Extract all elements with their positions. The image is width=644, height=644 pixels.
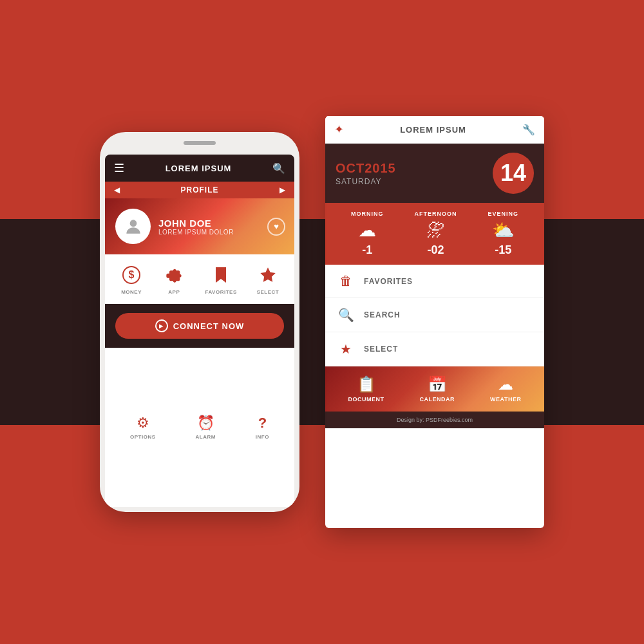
menu-search[interactable]: 🔍 SEARCH	[325, 298, 544, 332]
p2-title: LOREM IPSUM	[400, 125, 466, 135]
icon-money[interactable]: $ MONEY	[120, 263, 143, 295]
svg-point-0	[129, 220, 137, 227]
bookmark-svg	[213, 266, 229, 284]
phone2: ✦ LOREM IPSUM 🔧 OCT2015 SATURDAY 14 MORN…	[325, 116, 544, 528]
p1-header: ☰ LOREM IPSUM 🔍	[105, 155, 294, 182]
options-icon: ⚙	[137, 415, 149, 431]
share-icon[interactable]: ✦	[334, 122, 344, 137]
calendar-tab-label: CALENDAR	[420, 396, 455, 402]
p2-bottom-tabs: 📋 DOCUMENT 📅 CALENDAR ☁ WEATHER	[325, 366, 544, 412]
p1-title: LOREM IPSUM	[166, 164, 232, 173]
info-icon: ?	[258, 415, 267, 431]
evening-icon: ⛅	[492, 220, 515, 241]
next-icon[interactable]: ▶	[279, 185, 285, 194]
phone1-screen: ☰ LOREM IPSUM 🔍 ◀ PROFILE ▶ JO	[105, 155, 294, 507]
day-number: 14	[500, 160, 526, 187]
money-svg: $	[122, 266, 140, 284]
icon-favorites[interactable]: FAVORITES	[205, 263, 236, 295]
document-tab-label: DOCUMENT	[348, 396, 384, 402]
date-circle: 14	[493, 153, 534, 194]
weather-afternoon: AFTERNOON ⛈ -02	[414, 211, 457, 257]
alarm-label: ALARM	[195, 434, 215, 440]
phone1-speaker	[184, 141, 216, 145]
p1-icons-section: $ MONEY APP	[105, 254, 294, 304]
app-label: APP	[168, 289, 180, 295]
nav-alarm[interactable]: ⏰ ALARM	[195, 415, 215, 440]
info-label: INFO	[256, 434, 269, 440]
tab-document[interactable]: 📋 DOCUMENT	[348, 375, 384, 402]
prev-icon[interactable]: ◀	[114, 185, 120, 194]
avatar	[115, 209, 151, 244]
favorites-menu-label: FAVORITES	[364, 277, 413, 286]
weather-morning: MORNING ☁ -1	[351, 211, 384, 257]
p2-date-left: OCT2015 SATURDAY	[336, 161, 396, 186]
bookmark-icon	[209, 263, 232, 287]
alarm-icon: ⏰	[197, 415, 214, 431]
day-name: SATURDAY	[336, 177, 396, 186]
phone1: ☰ LOREM IPSUM 🔍 ◀ PROFILE ▶ JO	[100, 132, 299, 512]
morning-temp: -1	[362, 243, 372, 257]
icon-app[interactable]: APP	[162, 263, 185, 295]
menu-favorites[interactable]: 🗑 FAVORITES	[325, 265, 544, 298]
play-icon: ▶	[155, 319, 168, 332]
hamburger-icon[interactable]: ☰	[114, 161, 124, 175]
icon-select[interactable]: SELECT	[256, 263, 279, 295]
p2-footer: Design by: PSDFreebies.com	[325, 412, 544, 428]
select-label: SELECT	[257, 289, 279, 295]
p1-bottom-nav: ⚙ OPTIONS ⏰ ALARM ? INFO	[105, 348, 294, 507]
options-label: OPTIONS	[130, 434, 156, 440]
p2-date-section: OCT2015 SATURDAY 14	[325, 144, 544, 203]
afternoon-label: AFTERNOON	[414, 211, 457, 217]
document-icon: 📋	[357, 375, 376, 393]
star-menu-icon: ★	[338, 341, 354, 357]
profile-info: JOHN DOE LOREM IPSUM DOLOR	[158, 218, 234, 236]
connect-now-button[interactable]: ▶ CONNECT NOW	[115, 313, 284, 339]
calendar-icon: 📅	[428, 375, 447, 393]
content-wrapper: ☰ LOREM IPSUM 🔍 ◀ PROFILE ▶ JO	[100, 116, 544, 528]
morning-label: MORNING	[351, 211, 384, 217]
money-icon: $	[120, 263, 143, 287]
wrench-icon[interactable]: 🔧	[522, 124, 535, 136]
heart-icon[interactable]: ♥	[267, 218, 285, 236]
favorites-label: FAVORITES	[205, 289, 236, 295]
evening-temp: -15	[495, 243, 511, 257]
month-year: OCT2015	[336, 161, 396, 176]
search-menu-label: SEARCH	[364, 310, 401, 319]
menu-select[interactable]: ★ SELECT	[325, 332, 544, 366]
money-label: MONEY	[121, 289, 142, 295]
tab-calendar[interactable]: 📅 CALENDAR	[420, 375, 455, 402]
tab-weather[interactable]: ☁ WEATHER	[490, 375, 521, 402]
p2-header: ✦ LOREM IPSUM 🔧	[325, 116, 544, 144]
profile-subtitle: LOREM IPSUM DOLOR	[158, 229, 234, 236]
weather-evening: EVENING ⛅ -15	[488, 211, 518, 257]
puzzle-icon	[162, 263, 185, 287]
select-menu-label: SELECT	[364, 345, 398, 354]
user-icon	[123, 216, 144, 237]
puzzle-svg	[165, 266, 183, 284]
weather-tab-label: WEATHER	[490, 396, 521, 402]
weather-tab-icon: ☁	[498, 375, 513, 393]
p2-weather-section: MORNING ☁ -1 AFTERNOON ⛈ -02 EVENING ⛅ -…	[325, 203, 544, 265]
star-svg	[259, 266, 277, 284]
search-icon[interactable]: 🔍	[272, 162, 285, 175]
footer-text: Design by: PSDFreebies.com	[397, 417, 473, 423]
evening-label: EVENING	[488, 211, 518, 217]
p1-profile-section: JOHN DOE LOREM IPSUM DOLOR ♥	[105, 198, 294, 254]
p1-connect-section: ▶ CONNECT NOW	[105, 304, 294, 348]
morning-icon: ☁	[358, 220, 376, 241]
p1-profile-nav: ◀ PROFILE ▶	[105, 182, 294, 198]
afternoon-temp: -02	[427, 243, 444, 257]
star-icon	[256, 263, 279, 287]
search-menu-icon: 🔍	[338, 307, 354, 323]
profile-nav-title: PROFILE	[180, 185, 218, 194]
svg-text:$: $	[129, 269, 135, 280]
nav-options[interactable]: ⚙ OPTIONS	[130, 415, 156, 440]
profile-name: JOHN DOE	[158, 218, 234, 229]
nav-info[interactable]: ? INFO	[256, 415, 269, 440]
afternoon-icon: ⛈	[426, 220, 444, 241]
trash-icon: 🗑	[338, 274, 354, 289]
connect-btn-label: CONNECT NOW	[173, 321, 245, 331]
